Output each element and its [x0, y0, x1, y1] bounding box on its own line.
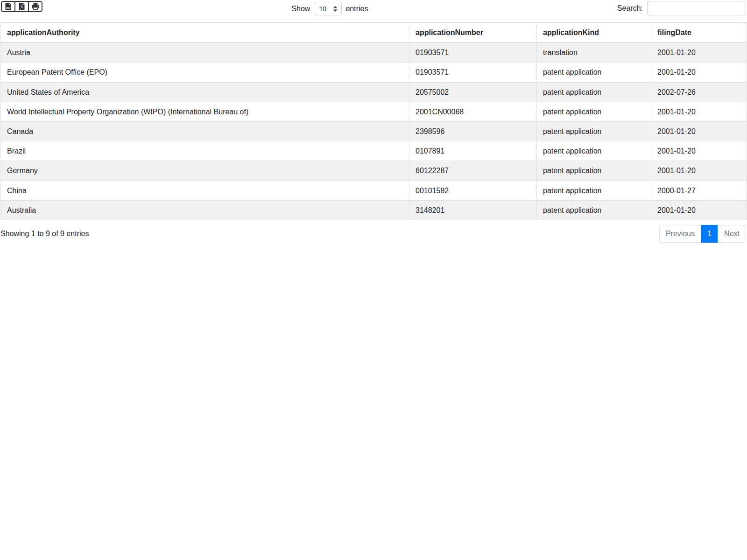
cell-application-authority: European Patent Office (EPO): [1, 63, 409, 82]
entries-label: entries: [345, 5, 368, 13]
cell-filing-date: 2000-01-27: [651, 181, 747, 200]
search-input[interactable]: [647, 1, 746, 15]
print-button[interactable]: [28, 1, 42, 12]
cell-application-kind: patent application: [537, 200, 651, 220]
table-footer: Showing 1 to 9 of 9 entries Previous 1 N…: [0, 225, 747, 243]
cell-application-authority: World Intellectual Property Organization…: [1, 102, 409, 121]
next-page-button[interactable]: Next: [718, 225, 746, 243]
table-row: Austria 01903571 translation 2001-01-20: [1, 42, 747, 63]
pdf-export-button[interactable]: [14, 1, 29, 12]
svg-text:CSV: CSV: [6, 7, 11, 9]
table-row: Germany 60122287 patent application 2001…: [1, 161, 747, 181]
select-updown-icon: [333, 6, 338, 12]
cell-application-authority: Germany: [1, 161, 409, 181]
cell-application-number: 00101582: [409, 181, 537, 200]
search-label: Search:: [617, 4, 643, 13]
file-csv-icon: CSV: [5, 3, 11, 10]
cell-filing-date: 2001-01-20: [651, 102, 747, 121]
cell-application-number: 60122287: [409, 161, 537, 181]
pagination: Previous 1 Next: [659, 225, 746, 243]
cell-application-number: 0107891: [409, 141, 537, 161]
cell-application-kind: translation: [537, 42, 651, 63]
cell-application-kind: patent application: [537, 141, 651, 161]
table-toolbar: CSV: [0, 0, 747, 22]
cell-application-authority: United States of America: [1, 82, 409, 102]
cell-application-kind: patent application: [537, 121, 651, 141]
cell-filing-date: 2001-01-20: [651, 200, 747, 220]
table-header-row: applicationAuthority applicationNumber a…: [1, 22, 747, 42]
column-header-application-kind[interactable]: applicationKind: [537, 22, 651, 42]
previous-page-button[interactable]: Previous: [659, 225, 701, 243]
column-header-application-authority[interactable]: applicationAuthority: [1, 22, 409, 42]
cell-application-authority: Austria: [1, 42, 409, 63]
table-row: Brazil 0107891 patent application 2001-0…: [1, 141, 747, 161]
table-row: Australia 3148201 patent application 200…: [1, 200, 747, 220]
table-row: China 00101582 patent application 2000-0…: [1, 181, 747, 200]
cell-application-number: 2398596: [409, 121, 537, 141]
table-row: World Intellectual Property Organization…: [1, 102, 747, 121]
cell-application-kind: patent application: [537, 102, 651, 121]
cell-filing-date: 2001-01-20: [651, 42, 747, 63]
cell-application-authority: Canada: [1, 121, 409, 141]
cell-application-kind: patent application: [537, 82, 651, 102]
cell-filing-date: 2001-01-20: [651, 161, 747, 181]
cell-filing-date: 2002-07-26: [651, 82, 747, 102]
search-control: Search:: [617, 1, 746, 15]
table-info: Showing 1 to 9 of 9 entries: [0, 230, 89, 238]
cell-application-authority: Brazil: [1, 141, 409, 161]
cell-filing-date: 2001-01-20: [651, 121, 747, 141]
cell-application-number: 01903571: [409, 63, 537, 82]
page-length-select[interactable]: 10: [314, 2, 342, 15]
cell-application-number: 01903571: [409, 42, 537, 63]
cell-application-kind: patent application: [537, 161, 651, 181]
cell-application-number: 20575002: [409, 82, 537, 102]
cell-application-kind: patent application: [537, 181, 651, 200]
results-table: applicationAuthority applicationNumber a…: [0, 22, 747, 220]
show-label: Show: [291, 5, 310, 13]
cell-filing-date: 2001-01-20: [651, 141, 747, 161]
csv-export-button[interactable]: CSV: [1, 1, 15, 12]
cell-application-number: 2001CN00068: [409, 102, 537, 121]
cell-application-authority: Australia: [1, 200, 409, 220]
file-pdf-icon: [19, 3, 25, 10]
cell-application-number: 3148201: [409, 200, 537, 220]
cell-filing-date: 2001-01-20: [651, 63, 747, 82]
cell-application-kind: patent application: [537, 63, 651, 82]
export-button-group: CSV: [1, 1, 42, 12]
page-length-control: Show 10 entries: [291, 2, 368, 15]
print-icon: [32, 3, 39, 10]
table-row: United States of America 20575002 patent…: [1, 82, 747, 102]
datatable-page: CSV: [0, 0, 747, 243]
table-row: Canada 2398596 patent application 2001-0…: [1, 121, 747, 141]
table-row: European Patent Office (EPO) 01903571 pa…: [1, 63, 747, 82]
page-1-button[interactable]: 1: [701, 225, 718, 243]
column-header-application-number[interactable]: applicationNumber: [409, 22, 537, 42]
page-length-value: 10: [319, 5, 326, 13]
column-header-filing-date[interactable]: filingDate: [651, 22, 747, 42]
cell-application-authority: China: [1, 181, 409, 200]
